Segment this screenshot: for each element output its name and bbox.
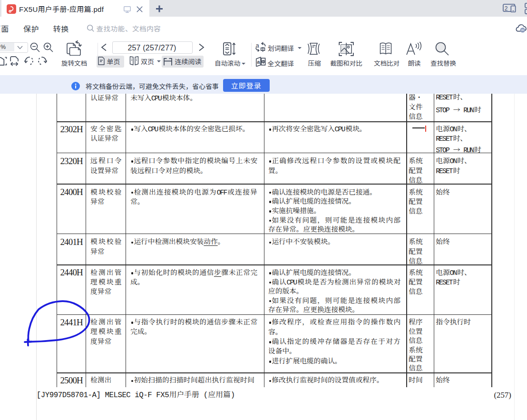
svg-text:2: 2 <box>505 5 508 12</box>
svg-text:a: a <box>257 59 260 65</box>
